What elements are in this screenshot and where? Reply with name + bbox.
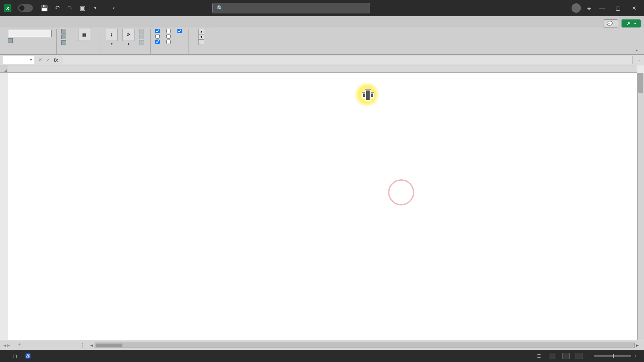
name-box[interactable]: ▾ xyxy=(3,56,34,64)
share-icon: ↗ xyxy=(626,21,630,26)
search-icon: 🔍 xyxy=(217,5,223,11)
opt-total-chk[interactable] xyxy=(155,34,160,39)
search-bar[interactable]: 🔍 xyxy=(212,3,370,13)
opt-bcols-chk[interactable] xyxy=(166,40,171,44)
view-break-icon[interactable] xyxy=(576,353,583,359)
opt-first-col[interactable] xyxy=(166,29,173,33)
export-icon: ⭳ xyxy=(106,29,118,41)
convert-icon xyxy=(61,40,66,45)
opt-header[interactable] xyxy=(155,29,162,33)
click-indicator xyxy=(388,179,414,205)
opt-total[interactable] xyxy=(155,34,162,39)
view-layout-icon[interactable] xyxy=(562,353,570,359)
horizontal-scrollbar[interactable] xyxy=(95,343,635,348)
hscroll-left-icon[interactable]: ◂ xyxy=(89,343,95,348)
props-button xyxy=(139,29,146,34)
fx-icon[interactable]: fx xyxy=(54,57,58,63)
autosave-toggle[interactable] xyxy=(18,4,33,12)
vertical-scrollbar[interactable] xyxy=(637,73,644,340)
qat-dropdown-icon[interactable]: ▾ xyxy=(92,5,99,11)
export-button[interactable]: ⭳▾ xyxy=(106,29,118,46)
hscroll-thumb[interactable] xyxy=(96,344,122,347)
opt-header-chk[interactable] xyxy=(155,29,160,33)
gallery-more-icon[interactable]: ⋯ xyxy=(198,40,204,45)
remove-duplicates-button[interactable] xyxy=(61,35,68,39)
zoom-out-icon[interactable]: − xyxy=(589,354,592,359)
duplicates-icon xyxy=(61,35,66,39)
maximize-button[interactable]: ▢ xyxy=(613,5,623,11)
opt-banded-cols[interactable] xyxy=(166,40,173,44)
gallery-up-icon[interactable]: ▴ xyxy=(198,29,204,34)
opt-filter-chk[interactable] xyxy=(177,29,182,33)
expand-formula-icon[interactable]: ⌄ xyxy=(639,58,642,62)
vscroll-thumb[interactable] xyxy=(638,73,643,93)
cancel-formula-icon[interactable]: ✕ xyxy=(38,57,43,63)
excel-logo-icon: X xyxy=(4,4,11,12)
minimize-button[interactable]: — xyxy=(597,5,607,11)
resize-table-button[interactable] xyxy=(8,38,52,43)
comment-icon: 💬 xyxy=(607,21,612,26)
status-acc[interactable]: ♿ xyxy=(25,353,32,359)
collapse-ribbon-icon[interactable]: ⌄ xyxy=(634,46,641,54)
opt-brows-chk[interactable] xyxy=(155,40,160,44)
table-name-input[interactable] xyxy=(8,30,52,37)
browser-icon xyxy=(139,35,144,39)
namebox-dropdown-icon[interactable]: ▾ xyxy=(30,58,32,62)
doc-dropdown-icon[interactable]: ▾ xyxy=(113,6,115,10)
opt-filter[interactable] xyxy=(177,29,184,33)
opt-last-col[interactable] xyxy=(166,34,173,39)
close-button[interactable]: ✕ xyxy=(629,5,639,11)
props-icon xyxy=(139,29,144,34)
sheet-next-icon[interactable]: ▸ xyxy=(7,343,10,348)
zoom-slider[interactable] xyxy=(594,355,631,357)
gallery-down-icon[interactable]: ▾ xyxy=(198,34,204,40)
redo-icon[interactable]: ↷ xyxy=(66,5,73,11)
opt-first-chk[interactable] xyxy=(166,29,171,33)
sheet-prev-icon[interactable]: ◂ xyxy=(3,343,6,348)
chevron-down-icon: ▾ xyxy=(634,22,636,25)
unlink-button xyxy=(139,40,146,45)
pivot-button[interactable] xyxy=(61,29,68,34)
undo-icon[interactable]: ↶ xyxy=(54,5,60,11)
hscroll-right-icon[interactable]: ▸ xyxy=(635,343,641,348)
pivot-icon xyxy=(61,29,66,34)
display-settings[interactable]: 🖵 xyxy=(537,354,543,359)
diamond-icon[interactable]: ◈ xyxy=(587,5,591,11)
slicer-button[interactable]: ▦ xyxy=(72,29,96,42)
zoom-in-icon[interactable]: + xyxy=(634,354,637,359)
opt-last-chk[interactable] xyxy=(166,34,171,39)
browser-button xyxy=(139,35,146,39)
share-button[interactable]: ↗ ▾ xyxy=(622,19,641,27)
slicer-icon: ▦ xyxy=(78,29,90,41)
search-input[interactable] xyxy=(227,5,285,11)
select-all-button[interactable] xyxy=(0,65,8,73)
resize-icon xyxy=(8,38,13,43)
enter-formula-icon[interactable]: ✓ xyxy=(46,57,50,63)
add-sheet-button[interactable]: + xyxy=(13,342,25,349)
convert-range-button[interactable] xyxy=(61,40,68,45)
camera-icon[interactable]: ▣ xyxy=(79,5,86,11)
formula-input[interactable] xyxy=(62,56,633,64)
refresh-button[interactable]: ⟳▾ xyxy=(122,29,135,46)
save-icon[interactable]: 💾 xyxy=(41,5,48,11)
refresh-icon: ⟳ xyxy=(122,29,135,41)
unlink-icon xyxy=(139,40,144,45)
cursor-cross-icon xyxy=(362,89,372,99)
comments-button[interactable]: 💬 xyxy=(603,19,618,27)
view-normal-icon[interactable] xyxy=(549,353,556,359)
status-macro-icon[interactable]: ▢ xyxy=(13,353,17,359)
avatar[interactable] xyxy=(572,3,581,13)
opt-banded-rows[interactable] xyxy=(155,40,162,44)
